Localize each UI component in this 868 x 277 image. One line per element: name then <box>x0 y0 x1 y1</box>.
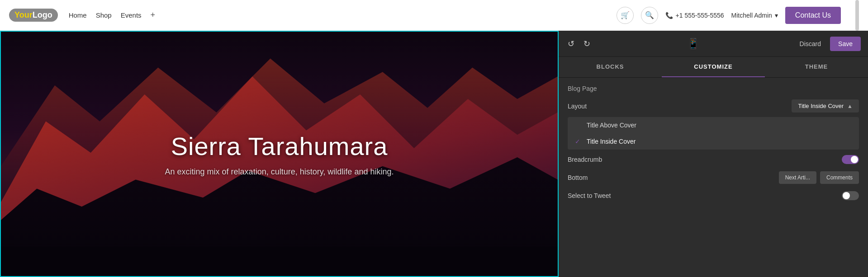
dropdown-option-above: Title Above Cover <box>587 122 636 129</box>
phone-area: 📞 +1 555-555-5556 <box>665 12 724 19</box>
logo-badge: YourLogo <box>9 9 58 22</box>
undo-button[interactable]: ↺ <box>566 37 576 51</box>
check-selected-icon: ✓ <box>575 138 582 145</box>
scrollbar[interactable] <box>855 0 859 31</box>
layout-dropdown: Title Above Cover ✓ Title Inside Cover <box>568 117 859 150</box>
dropdown-item-title-inside[interactable]: ✓ Title Inside Cover <box>568 133 859 150</box>
panel-content: Blog Page Layout Title Inside Cover ▲ Ti… <box>559 78 868 277</box>
dropdown-item-title-above[interactable]: Title Above Cover <box>568 117 859 133</box>
layout-row: Layout Title Inside Cover ▲ <box>568 99 859 113</box>
hero-text: Sierra Tarahumara An exciting mix of rel… <box>165 131 394 177</box>
breadcrumb-toggle[interactable] <box>842 155 859 164</box>
nav-links: Home Shop Events + <box>69 10 155 20</box>
save-button[interactable]: Save <box>830 37 861 51</box>
bottom-row: Bottom Next Arti... Comments <box>568 171 859 184</box>
contact-us-button[interactable]: Contact Us <box>785 7 841 24</box>
breadcrumb-row: Breadcrumb <box>568 155 859 164</box>
phone-icon: 📞 <box>665 12 673 19</box>
select-to-tweet-label: Select to Tweet <box>568 192 611 199</box>
select-to-tweet-knob <box>843 192 850 199</box>
layout-value-area: Title Inside Cover ▲ <box>792 99 859 113</box>
hero-preview: Sierra Tarahumara An exciting mix of rel… <box>0 31 559 277</box>
cart-icon-button[interactable]: 🛒 <box>617 7 634 24</box>
panel-history-controls: ↺ ↻ <box>566 37 592 51</box>
bottom-label: Bottom <box>568 174 588 181</box>
panel-section-title: Blog Page <box>568 85 859 92</box>
discard-button[interactable]: Discard <box>794 38 826 50</box>
phone-number: +1 555-555-5556 <box>676 12 724 19</box>
nav-events[interactable]: Events <box>121 11 142 19</box>
navbar: YourLogo Home Shop Events + 🛒 🔍 📞 +1 555… <box>0 0 868 31</box>
layout-label: Layout <box>568 103 587 110</box>
select-to-tweet-row: Select to Tweet <box>568 191 859 200</box>
user-chevron-icon: ▾ <box>775 12 778 19</box>
chevron-up-icon: ▲ <box>847 103 853 109</box>
tab-theme[interactable]: THEME <box>765 57 868 77</box>
hero-background: Sierra Tarahumara An exciting mix of rel… <box>1 32 558 276</box>
comments-button[interactable]: Comments <box>820 171 859 184</box>
hero-subtitle: An exciting mix of relaxation, culture, … <box>165 167 394 177</box>
nav-icons: 🛒 🔍 📞 +1 555-555-5556 Mitchell Admin ▾ C… <box>617 7 841 24</box>
right-panel: ↺ ↻ 📱 Discard Save BLOCKS CUSTOMIZE THEM… <box>559 31 868 277</box>
next-article-button[interactable]: Next Arti... <box>779 171 816 184</box>
main-area: Sierra Tarahumara An exciting mix of rel… <box>0 31 868 277</box>
panel-topbar: ↺ ↻ 📱 Discard Save <box>559 31 868 57</box>
tab-customize[interactable]: CUSTOMIZE <box>662 57 765 77</box>
panel-tabs: BLOCKS CUSTOMIZE THEME <box>559 57 868 78</box>
tab-blocks[interactable]: BLOCKS <box>559 57 662 77</box>
user-menu[interactable]: Mitchell Admin ▾ <box>731 12 778 19</box>
select-to-tweet-toggle[interactable] <box>842 191 859 200</box>
user-name: Mitchell Admin <box>731 12 772 19</box>
nav-home[interactable]: Home <box>69 11 87 19</box>
breadcrumb-label: Breadcrumb <box>568 156 602 163</box>
hero-title: Sierra Tarahumara <box>165 131 394 161</box>
logo-your: Your <box>14 10 33 19</box>
panel-actions: Discard Save <box>794 37 861 51</box>
nav-shop[interactable]: Shop <box>96 11 112 19</box>
logo[interactable]: YourLogo <box>9 9 58 22</box>
search-icon-button[interactable]: 🔍 <box>641 7 658 24</box>
svg-rect-4 <box>1 247 558 276</box>
layout-select-button[interactable]: Title Inside Cover ▲ <box>792 99 859 113</box>
panel-device-toggle[interactable]: 📱 <box>687 38 699 50</box>
redo-button[interactable]: ↻ <box>582 37 592 51</box>
layout-selected-value: Title Inside Cover <box>798 103 844 109</box>
dropdown-option-inside: Title Inside Cover <box>587 138 636 145</box>
toggle-knob <box>851 156 858 163</box>
nav-add-button[interactable]: + <box>151 10 156 20</box>
mobile-view-icon: 📱 <box>687 38 699 50</box>
